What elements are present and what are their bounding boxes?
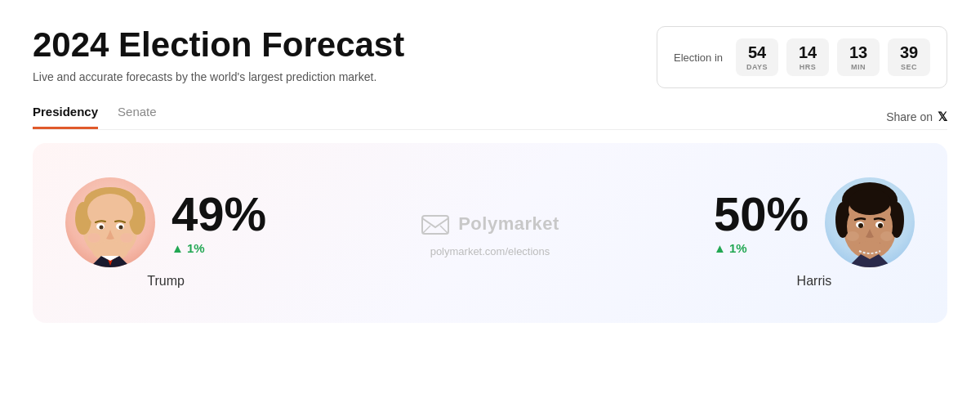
polymarket-logo: Polymarket: [421, 209, 559, 239]
svg-point-26: [878, 223, 883, 228]
trump-block: 49% ▲ 1% Trump: [65, 177, 266, 289]
harris-block: 50% ▲ 1%: [714, 177, 915, 289]
countdown-min-value: 13: [849, 43, 867, 61]
tab-senate[interactable]: Senate: [118, 105, 157, 129]
harris-face-svg: [825, 177, 915, 267]
tabs-row: Presidency Senate Share on 𝕏: [33, 105, 947, 130]
countdown-hrs-value: 14: [799, 43, 817, 61]
polymarket-url: polymarket.com/elections: [430, 245, 550, 258]
share-on-label: Share on: [886, 110, 933, 123]
svg-rect-13: [422, 216, 448, 234]
trump-row: 49% ▲ 1%: [65, 177, 266, 267]
countdown-days: 54 DAYS: [736, 38, 778, 76]
harris-avatar: [825, 177, 915, 267]
trump-percentage: 49%: [172, 190, 266, 238]
svg-point-9: [87, 233, 100, 243]
countdown-days-label: DAYS: [746, 63, 768, 71]
countdown-sec-value: 39: [900, 43, 918, 61]
page-subtitle: Live and accurate forecasts by the world…: [33, 70, 404, 83]
countdown-label: Election in: [674, 52, 723, 64]
forecast-card: 49% ▲ 1% Trump Polymarket polymarket.com…: [33, 143, 947, 323]
tab-group: Presidency Senate: [33, 105, 157, 129]
harris-change: ▲ 1%: [714, 241, 808, 255]
svg-point-28: [846, 231, 859, 241]
trump-name: Trump: [147, 274, 185, 289]
countdown-hrs: 14 HRS: [786, 38, 829, 76]
countdown-min: 13 MIN: [837, 38, 880, 76]
svg-point-22: [849, 189, 891, 215]
trump-stats: 49% ▲ 1%: [172, 190, 266, 255]
countdown-box: Election in 54 DAYS 14 HRS 13 MIN 39 SEC: [657, 26, 947, 88]
countdown-units: 54 DAYS 14 HRS 13 MIN 39 SEC: [736, 38, 930, 76]
countdown-sec-label: SEC: [901, 63, 917, 71]
countdown-min-label: MIN: [851, 63, 866, 71]
harris-row: 50% ▲ 1%: [714, 177, 915, 267]
svg-line-15: [440, 226, 448, 234]
share-on-button[interactable]: Share on 𝕏: [886, 110, 947, 124]
countdown-days-value: 54: [748, 43, 766, 61]
svg-point-7: [100, 226, 104, 230]
trump-change: ▲ 1%: [172, 241, 266, 255]
x-twitter-icon: 𝕏: [938, 110, 947, 124]
title-block: 2024 Election Forecast Live and accurate…: [33, 26, 404, 83]
harris-percentage: 50%: [714, 190, 808, 238]
svg-point-4: [87, 194, 133, 230]
polymarket-center: Polymarket polymarket.com/elections: [421, 209, 559, 258]
svg-point-8: [119, 226, 123, 230]
svg-point-25: [858, 223, 863, 228]
polymarket-name: Polymarket: [458, 213, 559, 235]
svg-point-10: [120, 233, 133, 243]
page-title: 2024 Election Forecast: [33, 26, 404, 64]
harris-stats: 50% ▲ 1%: [714, 190, 808, 255]
countdown-hrs-label: HRS: [800, 63, 817, 71]
harris-name: Harris: [797, 274, 832, 289]
svg-line-14: [422, 226, 430, 234]
tab-presidency[interactable]: Presidency: [33, 105, 98, 129]
header-row: 2024 Election Forecast Live and accurate…: [33, 26, 947, 88]
countdown-sec: 39 SEC: [888, 38, 930, 76]
trump-face-svg: [65, 177, 155, 267]
svg-point-29: [880, 231, 893, 241]
trump-avatar: [65, 177, 155, 267]
polymarket-icon-svg: [421, 209, 450, 239]
